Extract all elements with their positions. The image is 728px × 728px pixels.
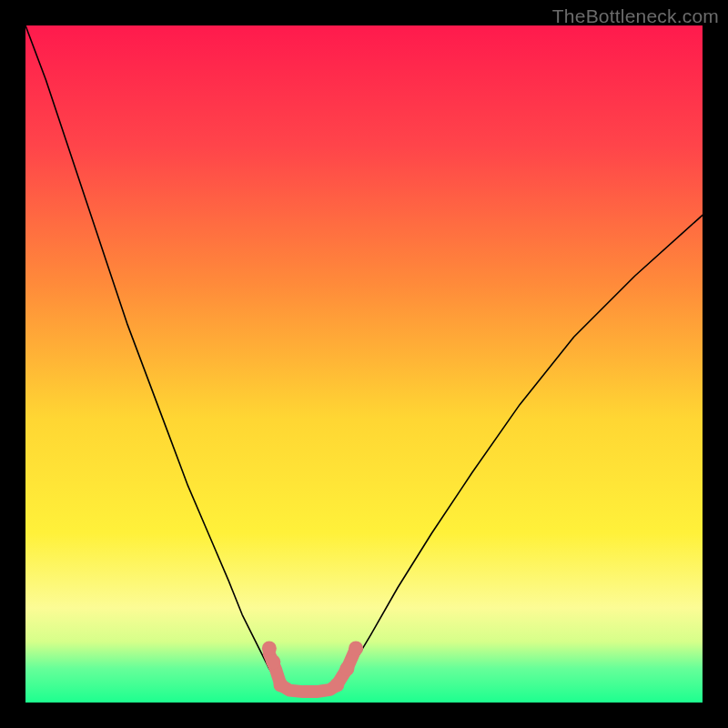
chart-frame: TheBottleneck.com xyxy=(0,0,728,728)
marker-dot-4 xyxy=(339,662,354,676)
marker-dot-3 xyxy=(329,678,344,693)
chart-svg xyxy=(25,25,703,703)
chart-background xyxy=(25,25,703,703)
marker-dot-5 xyxy=(349,641,363,655)
watermark-text: TheBottleneck.com xyxy=(552,5,719,27)
marker-dot-2 xyxy=(273,678,288,693)
marker-dot-0 xyxy=(262,641,277,655)
chart-plot-area xyxy=(25,25,703,703)
marker-dot-1 xyxy=(266,654,280,669)
watermark-label: TheBottleneck.com xyxy=(552,5,719,26)
